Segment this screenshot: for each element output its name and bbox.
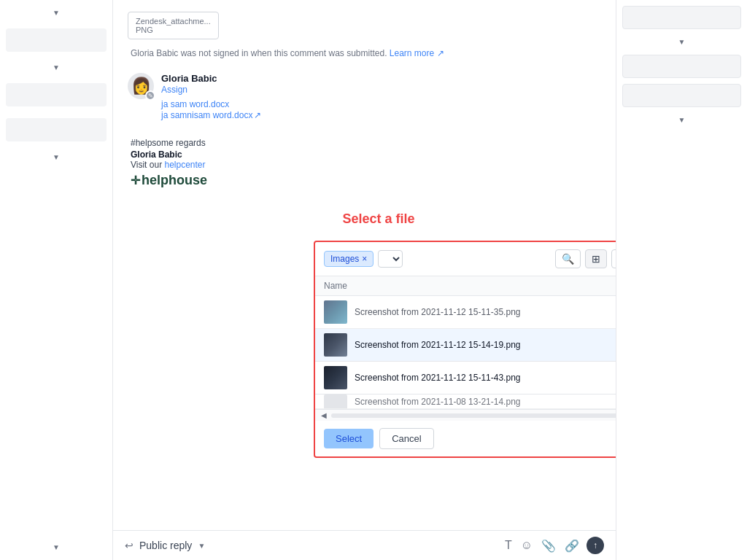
file-thumbnail bbox=[324, 300, 347, 324]
right-panel-btn-2[interactable] bbox=[622, 55, 741, 78]
horizontal-scrollbar: ◀ ▶ bbox=[315, 409, 616, 421]
attach-button[interactable]: 📎 bbox=[540, 537, 557, 554]
notice-bar: Gloria Babic was not signed in when this… bbox=[128, 48, 601, 58]
attachment-type: PNG bbox=[136, 26, 211, 34]
table-row[interactable]: Screenshot from 2021-11-12 15-11-35.png bbox=[315, 296, 616, 329]
file-name: Screenshot from 2021-11-12 15-11-35.png bbox=[355, 307, 520, 317]
filter-tag-label: Images bbox=[330, 254, 359, 264]
message-content: Gloria Babic Assign ja sam word.docx ja … bbox=[161, 73, 601, 120]
visit-text: Visit our bbox=[131, 160, 162, 170]
learn-more-link[interactable]: Learn more ↗ bbox=[390, 48, 444, 58]
filter-tag-images[interactable]: Images × bbox=[324, 251, 374, 267]
link-button[interactable]: 🔗 bbox=[563, 537, 581, 554]
file-thumbnail bbox=[324, 333, 347, 357]
right-panel-chevron-2[interactable]: ▼ bbox=[622, 113, 741, 127]
file-thumbnail bbox=[324, 394, 347, 409]
upload-button[interactable]: ↑ bbox=[587, 537, 604, 554]
signature-visit: Visit our helpcenter bbox=[131, 160, 601, 170]
file-link-2[interactable]: ja samnisam word.docx ↗ bbox=[161, 110, 261, 120]
cancel-button[interactable]: Cancel bbox=[379, 428, 433, 449]
search-button[interactable]: 🔍 bbox=[555, 249, 581, 268]
upload-icon: ↑ bbox=[593, 540, 597, 551]
table-row[interactable]: Screenshot from 2021-11-12 15-14-19.png bbox=[315, 329, 616, 362]
file-name: Screenshot from 2021-11-12 15-11-43.png bbox=[355, 373, 520, 383]
sidebar-chevron-3[interactable]: ▼ bbox=[0, 150, 112, 164]
message-files: ja sam word.docx ja samnisam word.docx ↗ bbox=[161, 99, 601, 120]
grid-view-button[interactable]: ⊞ bbox=[585, 249, 607, 268]
text-format-icon: T bbox=[505, 539, 512, 552]
message-author: Gloria Babic bbox=[161, 73, 601, 84]
helpcenter-link[interactable]: helpcenter bbox=[164, 160, 205, 170]
attachment-filename: Zendesk_attachme... bbox=[136, 17, 211, 26]
name-column-header: Name bbox=[324, 281, 347, 291]
file-name: Screenshot from 2021-11-08 13-21-14.png bbox=[355, 397, 520, 407]
scroll-left-arrow[interactable]: ◀ bbox=[320, 411, 328, 419]
attach-icon: 📎 bbox=[541, 539, 556, 553]
right-panel-btn-1[interactable] bbox=[622, 6, 741, 29]
file-thumbnail bbox=[324, 366, 347, 389]
reply-chevron-icon[interactable]: ▼ bbox=[198, 542, 205, 550]
modal-toolbar: Images × 🔍 ⊞ AZ↕ bbox=[315, 242, 616, 276]
right-panel-btn-3[interactable] bbox=[622, 84, 741, 107]
emoji-icon: ☺ bbox=[521, 539, 533, 552]
right-panel-chevron-1[interactable]: ▼ bbox=[622, 35, 741, 49]
conversation-area: Zendesk_attachme... PNG Gloria Babic was… bbox=[113, 0, 616, 530]
sidebar: ▼ ▼ ▼ ▼ bbox=[0, 0, 113, 560]
avatar-wrap: 👩 ✎ bbox=[128, 73, 154, 99]
notice-text: Gloria Babic was not signed in when this… bbox=[131, 48, 387, 58]
table-row[interactable]: Screenshot from 2021-11-08 13-21-14.png bbox=[315, 394, 616, 409]
search-icon: 🔍 bbox=[562, 253, 574, 265]
filter-dropdown[interactable] bbox=[378, 250, 403, 268]
attachment-box: Zendesk_attachme... PNG bbox=[128, 12, 219, 39]
grid-icon: ⊞ bbox=[592, 253, 600, 265]
avatar-badge: ✎ bbox=[145, 90, 155, 101]
h-scroll-track bbox=[331, 413, 616, 418]
sidebar-chevron-2[interactable]: ▼ bbox=[0, 61, 112, 74]
signature-block: #helpsome regards Gloria Babic Visit our… bbox=[128, 138, 601, 188]
message-block: 👩 ✎ Gloria Babic Assign ja sam word.docx… bbox=[128, 73, 601, 120]
sidebar-chevron-4[interactable]: ▼ bbox=[0, 540, 112, 554]
file-name: Screenshot from 2021-11-12 15-14-19.png bbox=[355, 340, 520, 350]
sidebar-item-1[interactable] bbox=[6, 28, 107, 52]
signature-regards: #helpsome regards bbox=[131, 138, 601, 148]
text-format-button[interactable]: T bbox=[503, 537, 514, 553]
table-row[interactable]: Screenshot from 2021-11-12 15-11-43.png bbox=[315, 362, 616, 394]
file-selector-modal: Images × 🔍 ⊞ AZ↕ bbox=[314, 241, 616, 458]
external-link-icon: ↗ bbox=[254, 110, 261, 120]
signature-name: Gloria Babic bbox=[131, 149, 601, 160]
sidebar-chevron-1[interactable]: ▼ bbox=[0, 6, 112, 20]
filter-tag-remove[interactable]: × bbox=[362, 254, 367, 264]
helphouse-cross-icon: ✛ bbox=[131, 174, 140, 187]
public-reply-label: Public reply bbox=[139, 540, 192, 551]
reply-bar: ↩ Public reply ▼ T ☺ 📎 🔗 ↑ bbox=[113, 530, 616, 560]
file-list-header: Name bbox=[315, 276, 616, 296]
emoji-button[interactable]: ☺ bbox=[519, 537, 534, 553]
file-link-1[interactable]: ja sam word.docx bbox=[161, 99, 601, 109]
select-button[interactable]: Select bbox=[324, 429, 374, 448]
modal-title: Select a file bbox=[343, 211, 415, 227]
link-icon: 🔗 bbox=[565, 539, 579, 553]
sidebar-item-3[interactable] bbox=[6, 118, 107, 141]
sort-button[interactable]: AZ↕ bbox=[611, 249, 616, 268]
main-content: Zendesk_attachme... PNG Gloria Babic was… bbox=[113, 0, 616, 560]
helphouse-logo: ✛ helphouse bbox=[131, 173, 601, 188]
reply-arrow-icon: ↩ bbox=[125, 540, 133, 551]
sidebar-item-2[interactable] bbox=[6, 83, 107, 106]
helphouse-text: helphouse bbox=[142, 173, 207, 188]
right-panel: ▼ ▼ bbox=[616, 0, 747, 560]
assign-link[interactable]: Assign bbox=[161, 85, 187, 95]
modal-footer: Select Cancel bbox=[315, 421, 616, 456]
